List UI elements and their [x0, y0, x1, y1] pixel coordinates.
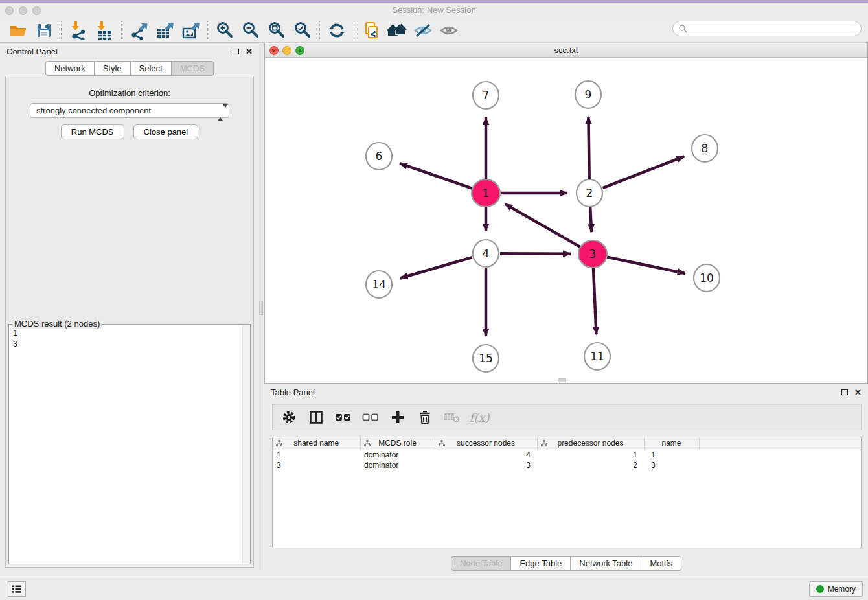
hide-details-button[interactable]: [410, 20, 436, 41]
function-builder-button[interactable]: f(x): [468, 407, 490, 428]
show-details-button[interactable]: [436, 20, 462, 41]
graph-node-label: 14: [372, 278, 386, 291]
edge-2-3[interactable]: [590, 207, 591, 232]
tab-node-table[interactable]: Node Table: [451, 556, 512, 571]
tab-select[interactable]: Select: [131, 61, 172, 76]
home-networks-button[interactable]: [384, 20, 410, 41]
table-row[interactable]: 1dominator411: [273, 450, 861, 460]
graph-node-label: 10: [700, 271, 714, 284]
table-cell[interactable]: dominator: [360, 450, 435, 460]
close-panel-icon[interactable]: ✕: [246, 47, 253, 56]
edge-4-3[interactable]: [500, 253, 571, 254]
delete-row-button[interactable]: [414, 407, 436, 428]
table-cell[interactable]: 1: [537, 450, 644, 460]
node-table: shared name MCDS role successor nodes pr…: [272, 437, 862, 548]
tab-edge-table[interactable]: Edge Table: [511, 556, 571, 571]
float-panel-icon[interactable]: [233, 49, 239, 54]
network-canvas[interactable]: 1234678910111415: [265, 58, 867, 383]
zoom-selected-button[interactable]: [290, 20, 315, 41]
table-cell[interactable]: 1: [644, 450, 699, 460]
result-scrollbar[interactable]: [242, 325, 250, 563]
open-session-button[interactable]: [5, 20, 31, 41]
table-toolbar: f(x): [272, 404, 862, 430]
edge-2-8[interactable]: [603, 156, 685, 188]
export-image-button[interactable]: [177, 20, 203, 41]
sort-icon: [276, 440, 282, 447]
run-mcds-button[interactable]: Run MCDS: [61, 124, 124, 139]
tab-network-table[interactable]: Network Table: [571, 556, 641, 571]
close-table-panel-icon[interactable]: ✕: [854, 387, 862, 397]
import-network-button[interactable]: [65, 20, 91, 41]
refresh-button[interactable]: [324, 20, 350, 41]
sort-icon: [541, 440, 547, 447]
app-title: Session: New Session: [0, 3, 868, 18]
vertical-splitter[interactable]: [259, 43, 264, 570]
table-cell[interactable]: 3: [644, 460, 699, 470]
window-minimize-icon[interactable]: [19, 6, 27, 15]
table-cell[interactable]: 3: [273, 460, 360, 470]
import-table-button[interactable]: [91, 20, 117, 41]
splitter-handle[interactable]: [259, 301, 263, 315]
tab-style[interactable]: Style: [95, 61, 131, 76]
table-cell[interactable]: 2: [537, 460, 644, 470]
edge-3-1[interactable]: [505, 204, 580, 247]
zoom-in-button[interactable]: [212, 20, 238, 41]
window-zoom-icon[interactable]: [32, 6, 41, 15]
delete-table-button[interactable]: [441, 407, 463, 428]
col-predecessor-nodes[interactable]: predecessor nodes: [537, 437, 644, 450]
table-cell[interactable]: 1: [273, 450, 360, 460]
table-cell[interactable]: dominator: [360, 460, 435, 470]
export-network-button[interactable]: [126, 20, 152, 41]
network-maximize-icon[interactable]: +: [295, 46, 304, 55]
table-row[interactable]: 3dominator323: [273, 460, 861, 470]
memory-button[interactable]: Memory: [809, 581, 863, 597]
add-row-button[interactable]: [387, 407, 409, 428]
col-filler: [699, 437, 861, 450]
export-table-button[interactable]: [152, 20, 177, 41]
zoom-fit-icon: [267, 21, 286, 40]
show-columns-button[interactable]: [305, 407, 327, 428]
toolbar-separator: [61, 21, 62, 40]
table-cell[interactable]: 4: [435, 450, 537, 460]
graph-node-label: 6: [376, 150, 383, 163]
tab-motifs[interactable]: Motifs: [641, 556, 681, 571]
network-view-window: ✕ − + scc.txt 1234678910111415: [264, 43, 868, 384]
zoom-fit-button[interactable]: [264, 20, 290, 41]
search-field[interactable]: [672, 21, 862, 36]
zoom-out-button[interactable]: [238, 20, 264, 41]
edge-4-14[interactable]: [400, 257, 472, 278]
mcds-result-box: MCDS result (2 nodes) 13: [8, 319, 251, 564]
edge-1-6[interactable]: [400, 163, 472, 189]
col-shared-name[interactable]: shared name: [273, 437, 360, 450]
network-close-icon[interactable]: ✕: [269, 46, 279, 55]
select-all-button[interactable]: [332, 407, 354, 428]
window-close-icon[interactable]: [5, 6, 14, 15]
table-header-row: shared name MCDS role successor nodes pr…: [273, 437, 861, 450]
mcds-result-list[interactable]: 13: [9, 325, 242, 563]
plus-icon: [391, 411, 404, 424]
tab-mcds[interactable]: MCDS: [172, 61, 214, 76]
edge-2-9[interactable]: [588, 117, 589, 179]
edge-3-11[interactable]: [593, 268, 597, 334]
float-table-panel-icon[interactable]: [841, 389, 848, 395]
close-panel-button[interactable]: Close panel: [133, 124, 199, 139]
clone-network-icon: [361, 21, 381, 40]
clone-network-button[interactable]: [358, 20, 384, 41]
col-name[interactable]: name: [644, 437, 699, 450]
network-window-titlebar[interactable]: ✕ − + scc.txt: [265, 43, 867, 58]
search-input[interactable]: [690, 24, 852, 33]
deselect-all-button[interactable]: [360, 407, 382, 428]
toolbar-separator: [319, 21, 320, 40]
task-history-button[interactable]: [8, 581, 26, 597]
save-session-button[interactable]: [31, 20, 57, 41]
network-minimize-icon[interactable]: −: [282, 46, 291, 55]
col-mcds-role[interactable]: MCDS role: [360, 437, 435, 450]
horizontal-splitter-handle[interactable]: [558, 378, 566, 382]
edge-3-10[interactable]: [607, 257, 685, 273]
checked-boxes-icon: [335, 412, 352, 422]
col-successor-nodes[interactable]: successor nodes: [435, 437, 537, 450]
criterion-select[interactable]: strongly connected component: [30, 103, 229, 118]
table-cell[interactable]: 3: [435, 460, 537, 470]
tab-network[interactable]: Network: [45, 61, 95, 76]
table-settings-button[interactable]: [278, 407, 300, 428]
